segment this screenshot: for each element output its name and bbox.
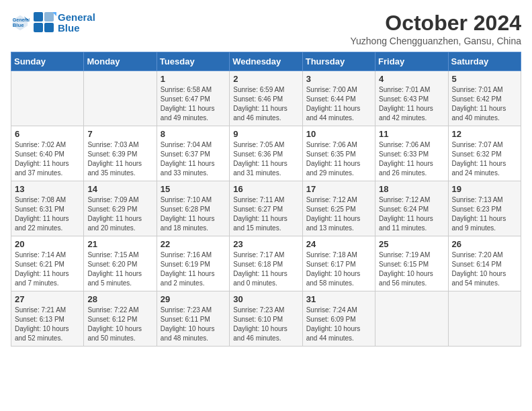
day-info: Sunrise: 7:02 AM Sunset: 6:40 PM Dayligh… xyxy=(15,140,80,178)
calendar-cell xyxy=(375,291,448,347)
calendar-cell: 2Sunrise: 6:59 AM Sunset: 6:46 PM Daylig… xyxy=(230,71,302,126)
day-info: Sunrise: 7:06 AM Sunset: 6:33 PM Dayligh… xyxy=(379,140,444,178)
svg-rect-7 xyxy=(44,23,54,32)
day-info: Sunrise: 7:01 AM Sunset: 6:42 PM Dayligh… xyxy=(452,85,517,123)
day-number: 23 xyxy=(233,239,298,249)
logo-text: General Blue xyxy=(58,12,95,34)
day-number: 17 xyxy=(306,184,371,194)
calendar-cell: 14Sunrise: 7:09 AM Sunset: 6:29 PM Dayli… xyxy=(84,181,157,236)
day-number: 25 xyxy=(379,239,444,249)
calendar-cell: 9Sunrise: 7:05 AM Sunset: 6:36 PM Daylig… xyxy=(230,126,302,181)
day-number: 14 xyxy=(87,184,152,194)
day-info: Sunrise: 7:23 AM Sunset: 6:10 PM Dayligh… xyxy=(233,306,298,343)
calendar-cell: 6Sunrise: 7:02 AM Sunset: 6:40 PM Daylig… xyxy=(11,126,84,181)
day-number: 12 xyxy=(452,129,517,139)
calendar-cell: 30Sunrise: 7:23 AM Sunset: 6:10 PM Dayli… xyxy=(230,291,302,347)
day-number: 2 xyxy=(233,74,298,84)
day-info: Sunrise: 7:05 AM Sunset: 6:36 PM Dayligh… xyxy=(233,140,298,178)
day-info: Sunrise: 7:18 AM Sunset: 6:17 PM Dayligh… xyxy=(306,250,371,288)
day-number: 30 xyxy=(233,294,298,304)
calendar-week-row: 20Sunrise: 7:14 AM Sunset: 6:21 PM Dayli… xyxy=(11,236,521,291)
calendar-cell: 17Sunrise: 7:12 AM Sunset: 6:25 PM Dayli… xyxy=(302,181,375,236)
day-info: Sunrise: 6:59 AM Sunset: 6:46 PM Dayligh… xyxy=(233,85,298,123)
svg-text:Blue: Blue xyxy=(13,22,24,28)
day-number: 1 xyxy=(161,74,226,84)
calendar-cell: 11Sunrise: 7:06 AM Sunset: 6:33 PM Dayli… xyxy=(375,126,448,181)
day-info: Sunrise: 7:16 AM Sunset: 6:19 PM Dayligh… xyxy=(161,250,226,288)
day-number: 3 xyxy=(306,74,371,84)
svg-rect-6 xyxy=(44,12,54,21)
day-info: Sunrise: 7:06 AM Sunset: 6:35 PM Dayligh… xyxy=(306,140,371,178)
day-number: 31 xyxy=(306,294,371,304)
calendar-cell: 23Sunrise: 7:17 AM Sunset: 6:18 PM Dayli… xyxy=(230,236,302,291)
weekday-header-saturday: Saturday xyxy=(448,52,521,71)
day-number: 11 xyxy=(379,129,444,139)
svg-rect-4 xyxy=(34,12,43,21)
day-number: 9 xyxy=(233,129,298,139)
day-number: 28 xyxy=(87,294,152,304)
day-info: Sunrise: 7:03 AM Sunset: 6:39 PM Dayligh… xyxy=(87,140,152,178)
header: General Blue General Blue October 202 xyxy=(11,11,521,46)
calendar-cell: 22Sunrise: 7:16 AM Sunset: 6:19 PM Dayli… xyxy=(157,236,229,291)
calendar-week-row: 1Sunrise: 6:58 AM Sunset: 6:47 PM Daylig… xyxy=(11,71,521,126)
calendar-cell: 26Sunrise: 7:20 AM Sunset: 6:14 PM Dayli… xyxy=(448,236,521,291)
weekday-header-monday: Monday xyxy=(84,52,157,71)
calendar-cell: 29Sunrise: 7:23 AM Sunset: 6:11 PM Dayli… xyxy=(157,291,229,347)
weekday-header-wednesday: Wednesday xyxy=(230,52,302,71)
day-number: 27 xyxy=(15,294,80,304)
day-number: 7 xyxy=(87,129,152,139)
calendar-cell: 13Sunrise: 7:08 AM Sunset: 6:31 PM Dayli… xyxy=(11,181,84,236)
logo-icon: General Blue xyxy=(11,13,30,32)
calendar-header: SundayMondayTuesdayWednesdayThursdayFrid… xyxy=(11,52,521,71)
calendar-cell: 10Sunrise: 7:06 AM Sunset: 6:35 PM Dayli… xyxy=(302,126,375,181)
calendar-cell: 21Sunrise: 7:15 AM Sunset: 6:20 PM Dayli… xyxy=(84,236,157,291)
day-info: Sunrise: 6:58 AM Sunset: 6:47 PM Dayligh… xyxy=(161,85,226,123)
calendar-cell: 4Sunrise: 7:01 AM Sunset: 6:43 PM Daylig… xyxy=(375,71,448,126)
calendar-cell: 8Sunrise: 7:04 AM Sunset: 6:37 PM Daylig… xyxy=(157,126,229,181)
calendar-cell: 28Sunrise: 7:22 AM Sunset: 6:12 PM Dayli… xyxy=(84,291,157,347)
calendar-cell xyxy=(11,71,84,126)
weekday-header-sunday: Sunday xyxy=(11,52,84,71)
day-info: Sunrise: 7:20 AM Sunset: 6:14 PM Dayligh… xyxy=(452,250,517,288)
day-number: 5 xyxy=(452,74,517,84)
calendar-cell: 19Sunrise: 7:13 AM Sunset: 6:23 PM Dayli… xyxy=(448,181,521,236)
calendar-cell: 1Sunrise: 6:58 AM Sunset: 6:47 PM Daylig… xyxy=(157,71,229,126)
day-number: 10 xyxy=(306,129,371,139)
day-number: 8 xyxy=(161,129,226,139)
calendar-cell: 3Sunrise: 7:00 AM Sunset: 6:44 PM Daylig… xyxy=(302,71,375,126)
calendar-cell: 15Sunrise: 7:10 AM Sunset: 6:28 PM Dayli… xyxy=(157,181,229,236)
day-number: 26 xyxy=(452,239,517,249)
day-number: 22 xyxy=(161,239,226,249)
calendar-cell xyxy=(84,71,157,126)
calendar-table: SundayMondayTuesdayWednesdayThursdayFrid… xyxy=(11,52,521,347)
day-info: Sunrise: 7:00 AM Sunset: 6:44 PM Dayligh… xyxy=(306,85,371,123)
logo: General Blue General Blue xyxy=(11,11,95,35)
day-info: Sunrise: 7:23 AM Sunset: 6:11 PM Dayligh… xyxy=(161,306,226,343)
calendar-cell: 12Sunrise: 7:07 AM Sunset: 6:32 PM Dayli… xyxy=(448,126,521,181)
day-info: Sunrise: 7:17 AM Sunset: 6:18 PM Dayligh… xyxy=(233,250,298,288)
weekday-header-row: SundayMondayTuesdayWednesdayThursdayFrid… xyxy=(11,52,521,71)
logo-graphic xyxy=(32,11,56,35)
calendar-cell: 20Sunrise: 7:14 AM Sunset: 6:21 PM Dayli… xyxy=(11,236,84,291)
day-number: 19 xyxy=(452,184,517,194)
month-title: October 2024 xyxy=(350,11,521,36)
svg-rect-5 xyxy=(34,23,43,32)
location-subtitle: Yuzhong Chengguanzhen, Gansu, China xyxy=(350,36,521,46)
calendar-week-row: 6Sunrise: 7:02 AM Sunset: 6:40 PM Daylig… xyxy=(11,126,521,181)
day-number: 4 xyxy=(379,74,444,84)
calendar-body: 1Sunrise: 6:58 AM Sunset: 6:47 PM Daylig… xyxy=(11,71,521,347)
calendar-cell: 18Sunrise: 7:12 AM Sunset: 6:24 PM Dayli… xyxy=(375,181,448,236)
calendar-week-row: 13Sunrise: 7:08 AM Sunset: 6:31 PM Dayli… xyxy=(11,181,521,236)
day-info: Sunrise: 7:07 AM Sunset: 6:32 PM Dayligh… xyxy=(452,140,517,178)
calendar-week-row: 27Sunrise: 7:21 AM Sunset: 6:13 PM Dayli… xyxy=(11,291,521,347)
calendar-cell: 24Sunrise: 7:18 AM Sunset: 6:17 PM Dayli… xyxy=(302,236,375,291)
day-info: Sunrise: 7:12 AM Sunset: 6:25 PM Dayligh… xyxy=(306,195,371,233)
day-number: 21 xyxy=(87,239,152,249)
calendar-cell: 5Sunrise: 7:01 AM Sunset: 6:42 PM Daylig… xyxy=(448,71,521,126)
weekday-header-friday: Friday xyxy=(375,52,448,71)
weekday-header-thursday: Thursday xyxy=(302,52,375,71)
calendar-cell: 16Sunrise: 7:11 AM Sunset: 6:27 PM Dayli… xyxy=(230,181,302,236)
day-info: Sunrise: 7:10 AM Sunset: 6:28 PM Dayligh… xyxy=(161,195,226,233)
day-info: Sunrise: 7:04 AM Sunset: 6:37 PM Dayligh… xyxy=(161,140,226,178)
day-number: 24 xyxy=(306,239,371,249)
